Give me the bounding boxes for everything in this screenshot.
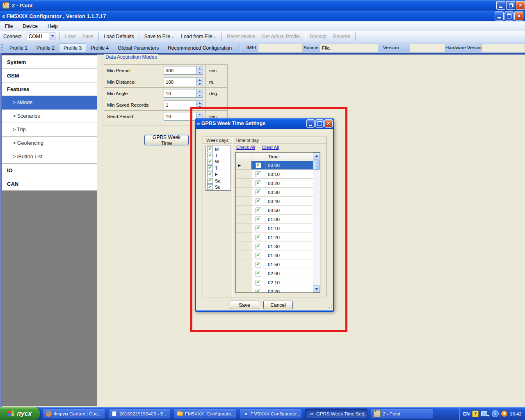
toolbar-grip[interactable] [1, 44, 3, 52]
min-saved-records-label: Min Saved Records: [104, 99, 161, 110]
paint-titlebar: 2 - Paint × [0, 0, 525, 11]
spin-down-button[interactable] [196, 71, 203, 74]
toolbar: Connect COM1 Load Save Load Defaults Sav… [0, 31, 525, 42]
minimize-icon [498, 17, 501, 18]
min-period-value: 300 [166, 68, 173, 73]
spin-down-button[interactable] [196, 82, 203, 86]
taskbar-item-paint[interactable]: 2 - Paint [371, 409, 433, 419]
tray-app-icon[interactable] [501, 411, 507, 417]
arrow-up-icon [199, 91, 201, 92]
tab-profile-3[interactable]: Profile 3 [59, 43, 86, 52]
min-distance-label: Min Distance: [104, 76, 161, 87]
display-icon[interactable] [481, 411, 487, 416]
menu-device[interactable]: Device [18, 23, 43, 29]
send-period-value: 10 [166, 114, 171, 119]
paint-close-button[interactable]: × [516, 1, 525, 10]
load-defaults-button[interactable]: Load Defaults [100, 32, 137, 41]
sidebar-item-gsm[interactable]: GSM [2, 69, 97, 82]
taskbar-item-configurator[interactable]: « FM5XXX Configurator... [240, 409, 302, 419]
tab-profile-1[interactable]: Profile 1 [5, 43, 32, 52]
app-icon: « [2, 13, 5, 19]
form-row: Min Angle: 10 deg. [104, 88, 227, 99]
maximize-icon [507, 14, 511, 18]
hide-icons-button[interactable]: ‹ [492, 410, 499, 417]
clock: 16:42 [510, 411, 522, 416]
spin-up-button[interactable] [196, 101, 203, 105]
tab-profile-4[interactable]: Profile 4 [86, 43, 113, 52]
app-close-button[interactable]: × [514, 11, 523, 21]
menubar: File Device Help [0, 21, 525, 31]
task-label: 20160229153403 - Б... [119, 411, 167, 416]
min-saved-records-value: 1 [166, 103, 168, 107]
menu-help[interactable]: Help [43, 23, 63, 29]
spin-up-button[interactable] [196, 78, 203, 82]
start-label: пуск [17, 410, 32, 418]
data-acquisition-title: Data Acquisition Modes [104, 54, 158, 60]
toolbar-separator [221, 32, 222, 41]
sidebar-item-trip[interactable]: > Trip [2, 123, 97, 137]
gprs-week-time-button[interactable]: GPRS Week Time [144, 135, 189, 145]
restore-button: Restore [330, 32, 354, 41]
load-button: Load [62, 32, 79, 41]
load-from-file-button[interactable]: Load from File... [178, 32, 220, 41]
spin-down-button[interactable] [196, 94, 203, 97]
app-icon: « [242, 411, 249, 417]
tabbar-separator [240, 44, 240, 52]
toolbar-separator [59, 32, 60, 41]
version-label: Version [383, 45, 399, 50]
task-label: GPRS Week Time Sett... [316, 411, 368, 416]
task-label: FM5XXX Configurator... [251, 411, 300, 416]
paint-icon [374, 410, 381, 417]
sidebar-item-smode[interactable]: > sMode [2, 96, 97, 110]
sidebar: System GSM Features > sMode > Scenarios … [2, 55, 97, 406]
min-angle-input[interactable]: 10 [164, 89, 203, 98]
taskbar-item-browser[interactable]: Форум Gurtam | Coo... [43, 409, 105, 419]
toolbar-separator [98, 32, 99, 41]
sidebar-item-io[interactable]: IO [2, 164, 97, 177]
spin-up-button[interactable] [196, 89, 203, 94]
paint-restore-button[interactable] [506, 1, 515, 10]
language-indicator[interactable]: EN [463, 411, 470, 416]
imei-field [258, 44, 303, 52]
get-actual-profile-button: Get Actual Profile [258, 32, 303, 41]
document-icon [112, 411, 116, 416]
sidebar-item-geofencing[interactable]: > Geofencing [2, 137, 97, 150]
paint-minimize-button[interactable] [496, 1, 505, 10]
minimize-icon [499, 7, 502, 8]
hardware-version-field [482, 44, 525, 52]
spin-up-button[interactable] [196, 66, 203, 71]
min-angle-unit: deg. [206, 88, 227, 99]
tab-global-parameters[interactable]: Global Parameters [113, 43, 163, 52]
min-distance-value: 100 [166, 80, 173, 84]
min-distance-input[interactable]: 100 [164, 78, 203, 86]
toolbar-separator [139, 32, 139, 41]
sidebar-item-can[interactable]: CAN [2, 177, 97, 191]
arrow-up-icon [199, 102, 201, 104]
taskbar-item-gprs-dialog[interactable]: « GPRS Week Time Sett... [305, 409, 368, 419]
toolbar-separator [355, 32, 356, 41]
help-icon[interactable]: ? [472, 411, 479, 417]
profile-tabbar: Profile 1 Profile 2 Profile 3 Profile 4 … [0, 42, 525, 55]
app-maximize-button[interactable] [504, 11, 514, 21]
com-port-select[interactable]: COM1 [27, 32, 56, 41]
connect-button[interactable]: Connect [0, 32, 25, 41]
min-distance-unit: m. [206, 76, 227, 87]
save-to-file-button[interactable]: Save to File... [141, 32, 178, 41]
com-port-dropdown-button[interactable] [49, 32, 56, 40]
min-period-input[interactable]: 300 [164, 66, 203, 75]
app-minimize-button[interactable] [495, 11, 504, 21]
menu-file[interactable]: File [0, 23, 18, 29]
app-window-title: FM5XXX Configurator , Version 1.1.7.17 [7, 13, 106, 19]
arrow-down-icon [199, 72, 201, 73]
taskbar-item-folder[interactable]: FM5XXX_Configurato... [174, 409, 236, 419]
sidebar-item-ibutton-list[interactable]: > iButton List [2, 150, 97, 164]
sidebar-item-features[interactable]: Features [2, 82, 97, 96]
tab-profile-2[interactable]: Profile 2 [32, 43, 59, 52]
sidebar-item-system[interactable]: System [2, 55, 97, 69]
taskbar-item-document[interactable]: 20160229153403 - Б... [108, 409, 171, 419]
min-period-label: Min Period: [104, 65, 161, 76]
tab-recommended-configuration[interactable]: Recommended Configuration [163, 43, 236, 52]
sidebar-item-scenarios[interactable]: > Scenarios [2, 110, 97, 123]
start-button[interactable]: пуск [0, 407, 40, 420]
windows-logo-icon [8, 410, 15, 417]
